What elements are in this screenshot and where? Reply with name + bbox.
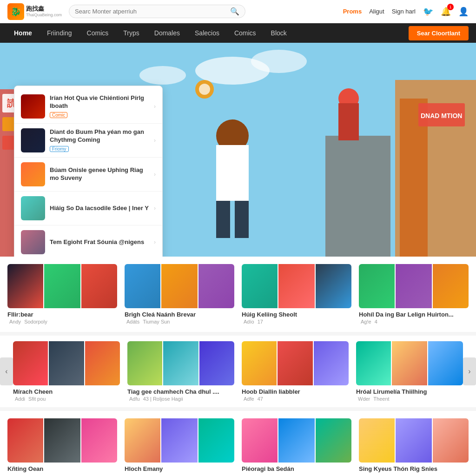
nav-item-tryps[interactable]: Tryps — [117, 26, 145, 40]
cover-img-8-2 — [392, 341, 427, 385]
search-button[interactable]: 🔍 — [230, 7, 239, 16]
comic-title-9: Kñting Oean — [7, 465, 117, 472]
nav-item-home[interactable]: Home — [7, 26, 39, 40]
dropdown-arrow-2: › — [154, 137, 156, 144]
comic-meta-1: Andy Sodorpoly — [7, 319, 117, 324]
cover-img-12-3 — [433, 418, 469, 463]
cover-img-6-3 — [199, 341, 234, 385]
cover-img-9-3 — [81, 418, 117, 463]
dropdown-arrow-3: › — [154, 171, 156, 178]
nav-item-block[interactable]: Block — [264, 26, 293, 40]
cover-img-5-2 — [49, 341, 84, 385]
cover-img-7-1 — [242, 341, 277, 385]
slider-prev-button[interactable]: ‹ — [0, 357, 13, 385]
comic-card-9[interactable]: Kñting Oean — [7, 418, 117, 472]
nav-item-domales[interactable]: Domales — [148, 26, 186, 40]
comic-author-8: Wder — [358, 396, 370, 402]
comic-meta-2: Adáts Tiumay Sun — [125, 319, 234, 324]
hero-background: 読 狼 鑫 DNAD MTION — [0, 43, 476, 257]
dropdown-thumb-2 — [21, 128, 45, 152]
cover-img-10-2 — [161, 418, 197, 463]
twitter-icon[interactable]: 🐦 — [423, 7, 433, 17]
dropdown-tag-1: Comic — [50, 112, 67, 118]
search-input[interactable] — [75, 8, 230, 15]
cover-img-7-2 — [278, 341, 312, 385]
cover-img-9-2 — [44, 418, 80, 463]
notification-badge: 1 — [447, 4, 454, 10]
comic-meta-5: Addi Sfit pou — [13, 396, 120, 402]
comic-meta-4: Ag!e 4 — [359, 319, 469, 324]
login-link[interactable]: Aligut — [369, 8, 384, 15]
dropdown-item-4[interactable]: Hiáig So Da Iacsodile Sdee | Iner Y › — [14, 192, 162, 225]
comic-covers-1 — [7, 264, 117, 308]
dropdown-tag-2: Friomy — [50, 146, 69, 152]
comic-card-7[interactable]: Hoob Diallin Iiabbler Adfe 47 — [242, 341, 349, 402]
dropdown-item-5[interactable]: Tem Egioht Frat Sóunia @nigens › — [14, 225, 162, 257]
cover-img-4-3 — [433, 264, 469, 308]
nav-item-friinding[interactable]: Friinding — [40, 26, 79, 40]
comic-author-1: Andy — [9, 319, 21, 324]
comic-card-1[interactable]: Fllir:bear Andy Sodorpoly — [7, 264, 117, 324]
dropdown-thumb-3 — [21, 162, 45, 186]
comic-chapters-5: Sfit pou — [28, 396, 46, 402]
cover-img-4-1 — [359, 264, 395, 308]
dropdown-item-1[interactable]: Irían Hot Qua vie Chiéntioni Pírlg Iboat… — [14, 90, 162, 124]
comic-chapters-1: Sodorpoly — [24, 319, 47, 324]
cover-img-12-2 — [396, 418, 431, 463]
dropdown-info-3: Búam Onisle genee Uphing Riag mo Suveny — [50, 166, 149, 182]
notification-icon[interactable]: 🔔 1 — [441, 7, 451, 17]
comic-title-2: Brigh Cleá Naánh Brevar — [125, 311, 234, 318]
comic-card-5[interactable]: Mírach Cheen Addi Sfit pou — [13, 341, 120, 402]
comic-covers-5 — [13, 341, 120, 385]
dropdown-item-2[interactable]: Diant do Buum Pha yéan mo gan Chythmg Co… — [14, 124, 162, 158]
comic-card-3[interactable]: Húig Keliing Sheolt Adío 17 — [242, 264, 351, 324]
comic-card-12[interactable]: Sing Kyeus Thón Rig Snies — [359, 418, 469, 472]
dropdown-title-1: Irían Hot Qua vie Chiéntioni Pírlg Iboat… — [50, 94, 149, 110]
comic-card-6[interactable]: Tiag gee chamhech Cha dhul .... Adfu 43 … — [127, 341, 234, 402]
comic-chapters-8: Theent — [373, 396, 389, 402]
dropdown-item-3[interactable]: Búam Onisle genee Uphing Riag mo Suveny … — [14, 158, 162, 192]
comic-title-3: Húig Keliing Sheolt — [242, 311, 351, 318]
comic-section-row3: Kñting Oean Hloch Emany Piéoragi ba Sedá… — [0, 411, 476, 476]
comic-card-8[interactable]: Hróal Lirumelía Thiilhing Wder Theent — [356, 341, 463, 402]
dropdown-title-2: Diant do Buum Pha yéan mo gan Chythmg Co… — [50, 128, 149, 144]
nav-item-comics-2[interactable]: Comics — [228, 26, 263, 40]
comic-covers-10 — [125, 418, 234, 463]
promo-link[interactable]: Proms — [343, 8, 362, 15]
nav-cta-button[interactable]: Sear Cloortlant — [409, 26, 469, 40]
comic-title-1: Fllir:bear — [7, 311, 117, 318]
svg-rect-23 — [338, 103, 359, 140]
header-right: Proms Aligut Sign harl 🐦 🔔 1 👤 — [343, 7, 469, 17]
comic-card-10[interactable]: Hloch Emany — [125, 418, 234, 472]
comic-meta-3: Adío 17 — [242, 319, 351, 324]
cover-img-3-2 — [278, 264, 314, 308]
cover-img-10-3 — [198, 418, 234, 463]
comic-card-4[interactable]: Hohíl Da ing Bar Lelign Huirton... Ag!e … — [359, 264, 469, 324]
comic-author-4: Ag!e — [361, 319, 371, 324]
cover-img-6-2 — [163, 341, 198, 385]
slider-next-button[interactable]: › — [463, 357, 476, 385]
dropdown-info-5: Tem Egioht Frat Sóunia @nigens — [50, 238, 149, 246]
dropdown-title-3: Búam Onisle genee Uphing Riag mo Suveny — [50, 166, 149, 182]
comic-title-10: Hloch Emany — [125, 465, 234, 472]
svg-point-25 — [199, 84, 210, 95]
user-avatar-icon[interactable]: 👤 — [458, 7, 469, 17]
comic-author-5: Addi — [15, 396, 25, 402]
comic-covers-11 — [242, 418, 351, 463]
logo[interactable]: 🐉 跑找鑫 ThaiQuaBeing.com — [7, 3, 63, 20]
comic-card-2[interactable]: Brigh Cleá Naánh Brevar Adáts Tiumay Sun — [125, 264, 234, 324]
svg-rect-19 — [235, 201, 249, 238]
header: 🐉 跑找鑫 ThaiQuaBeing.com 🔍 Proms Aligut Si… — [0, 0, 476, 23]
cover-img-9-1 — [7, 418, 43, 463]
signup-link[interactable]: Sign harl — [392, 8, 416, 15]
cover-img-8-3 — [428, 341, 463, 385]
svg-point-15 — [139, 66, 186, 85]
comic-card-11[interactable]: Piéoragi ba Sedán — [242, 418, 351, 472]
comic-author-3: Adío — [244, 319, 254, 324]
comic-section-row1: Fllir:bear Andy Sodorpoly Brigh Cleá Naá… — [0, 257, 476, 332]
nav-item-comics-1[interactable]: Comics — [80, 26, 115, 40]
dropdown-arrow-5: › — [154, 239, 156, 245]
nav-item-salecios[interactable]: Salecios — [188, 26, 226, 40]
cover-img-4-2 — [396, 264, 431, 308]
comic-title-8: Hróal Lirumelía Thiilhing — [356, 388, 463, 395]
